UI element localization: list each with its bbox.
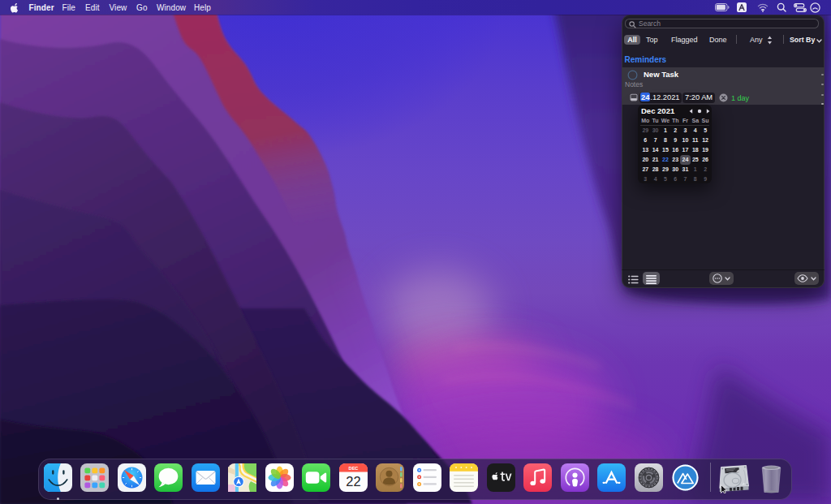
svg-text:DEC: DEC bbox=[348, 466, 358, 471]
svg-text:22: 22 bbox=[346, 474, 360, 489]
